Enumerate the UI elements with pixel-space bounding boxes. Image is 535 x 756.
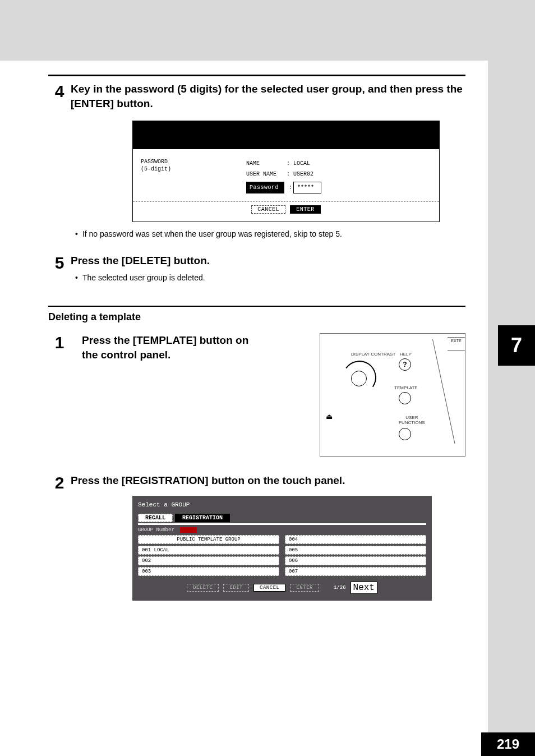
group-cell[interactable]: 005 — [285, 546, 426, 555]
step-number: 1 — [48, 333, 71, 351]
template-label: TEMPLATE — [394, 385, 418, 390]
step-2b: 2 Press the [REGISTRATION] button on the… — [48, 473, 465, 607]
group-number-cursor[interactable] — [180, 527, 197, 533]
next-button[interactable]: Next — [350, 582, 377, 594]
password-screen: PASSWORD (5-digit) NAME : LOCAL USER NAM… — [132, 121, 440, 222]
tab-underline — [138, 523, 426, 525]
screen2-title: Select a GROUP — [138, 501, 426, 508]
panel-edge-line — [432, 339, 455, 444]
subsection-title: Deleting a template — [48, 311, 465, 323]
divider — [133, 201, 439, 202]
registration-screen: Select a GROUP RECALL REGISTRATION GROUP… — [132, 496, 432, 601]
control-panel-figure: EXTE DISPLAY CONTRAST HELP ? TEMPLATE US… — [320, 333, 465, 457]
group-cell[interactable]: PUBLIC TEMPLATE GROUP — [138, 535, 279, 544]
step-title: Press the [REGISTRATION] button on the t… — [71, 473, 465, 488]
edit-button[interactable]: EDIT — [223, 584, 249, 592]
contrast-arc — [340, 358, 379, 397]
cancel-button[interactable]: CANCEL — [253, 584, 285, 592]
enter-button[interactable]: ENTER — [290, 205, 321, 214]
step-5-note-text: The selected user group is deleted. — [82, 273, 205, 284]
page-number: 219 — [481, 732, 535, 756]
user-functions-button[interactable] — [399, 428, 411, 440]
subsection-rule — [48, 306, 465, 307]
page: 4 Key in the password (5 digits) for the… — [0, 0, 488, 756]
group-cell[interactable]: 001 LOCAL — [138, 546, 279, 555]
step-5: 5 Press the [DELETE] button. The selecte… — [48, 253, 465, 283]
step-5-note: The selected user group is deleted. — [75, 273, 465, 284]
step-title: Press the [DELETE] button. — [71, 253, 465, 268]
name-label: NAME — [246, 158, 285, 169]
template-button[interactable] — [399, 392, 411, 404]
group-cell[interactable]: 003 — [138, 567, 279, 576]
registration-tab[interactable]: REGISTRATION — [175, 514, 230, 522]
exte-label: EXTE — [448, 337, 465, 351]
step-4: 4 Key in the password (5 digits) for the… — [48, 82, 465, 240]
display-contrast-label: DISPLAY CONTRAST — [351, 352, 395, 357]
group-cell[interactable]: 004 — [285, 535, 426, 544]
eject-icon: ⏏ — [326, 412, 333, 421]
user-functions-label-1: USER — [405, 415, 418, 420]
step-title: Key in the password (5 digits) for the s… — [71, 82, 465, 110]
password-label-1: PASSWORD — [141, 158, 171, 165]
header-strip — [0, 0, 488, 61]
step-number: 4 — [48, 82, 71, 240]
help-label: HELP — [400, 352, 412, 357]
group-cell[interactable]: 006 — [285, 556, 426, 565]
chapter-tab: 7 — [498, 325, 535, 366]
group-cell[interactable]: 002 — [138, 556, 279, 565]
password-field-label[interactable]: Password — [246, 182, 284, 193]
help-button[interactable]: ? — [399, 358, 411, 371]
step-title: Press the [TEMPLATE] button on the contr… — [82, 333, 267, 362]
cancel-button[interactable]: CANCEL — [251, 205, 285, 214]
step-number: 5 — [48, 253, 71, 283]
step-number: 2 — [48, 473, 71, 607]
content: 4 Key in the password (5 digits) for the… — [48, 75, 465, 613]
password-separator: : — [289, 182, 292, 193]
enter-button[interactable]: ENTER — [290, 584, 319, 592]
screen-titlebar — [133, 121, 439, 149]
group-cell[interactable]: 007 — [285, 567, 426, 576]
name-value: : LOCAL — [287, 158, 310, 169]
password-input[interactable]: ***** — [293, 182, 321, 193]
step-1b: 1 Press the [TEMPLATE] button on the con… — [48, 333, 465, 457]
user-functions-label-2: FUNCTIONS — [399, 420, 425, 425]
top-rule — [48, 75, 465, 76]
step-4-note-text: If no password was set when the user gro… — [82, 229, 342, 240]
username-label: USER NAME — [246, 169, 285, 179]
recall-tab[interactable]: RECALL — [138, 514, 173, 522]
password-label-2: (5-digit) — [141, 165, 171, 173]
group-number-label: GROUP Number — [138, 527, 174, 533]
page-indicator: 1/26 — [334, 585, 346, 591]
step-4-note: If no password was set when the user gro… — [75, 229, 465, 240]
delete-button[interactable]: DELETE — [187, 584, 219, 592]
username-value: : USER02 — [287, 169, 313, 179]
